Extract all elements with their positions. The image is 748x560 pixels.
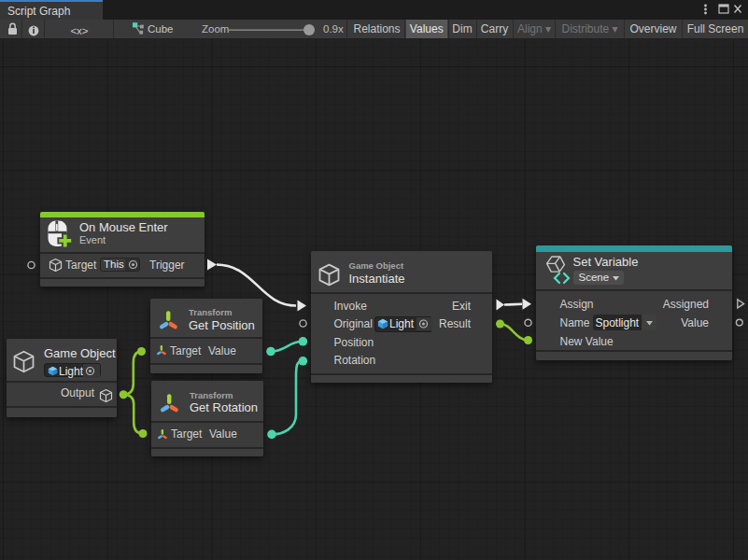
svg-text:<x>: <x>: [70, 25, 88, 36]
